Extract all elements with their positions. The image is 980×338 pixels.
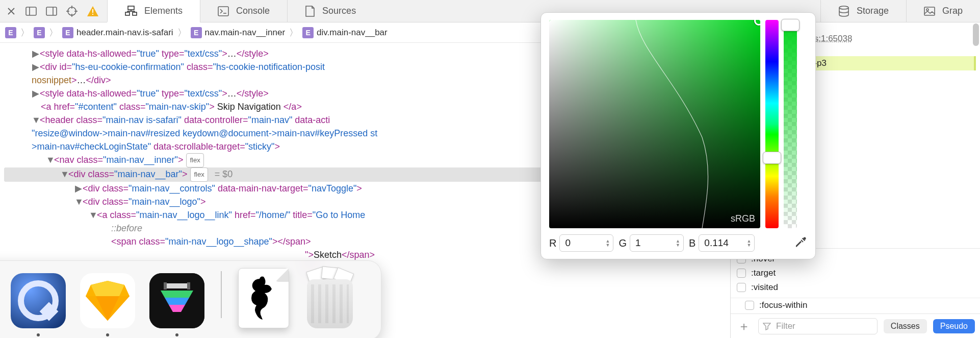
tab-label: Console	[236, 6, 270, 16]
channel-label-g: G	[618, 237, 627, 249]
svg-rect-11	[128, 6, 134, 10]
dock-trash[interactable]	[303, 268, 356, 328]
alpha-slider[interactable]	[784, 20, 797, 228]
svg-rect-10	[92, 14, 93, 15]
dock-app-finalcutpro[interactable]	[149, 273, 204, 328]
breadcrumb-item[interactable]: Enav.main-nav__inner	[191, 27, 286, 38]
breadcrumb-item[interactable]: Ediv.main-nav__bar	[302, 27, 388, 38]
svg-point-29	[803, 237, 806, 239]
toolbar-left-controls	[0, 0, 107, 22]
dock-left-icon[interactable]	[25, 7, 37, 16]
new-rule-button[interactable]: ＋	[736, 318, 752, 334]
force-target[interactable]: :target	[737, 268, 776, 278]
channel-input-g[interactable]: 1▲▼	[630, 234, 684, 252]
svg-rect-40	[187, 282, 190, 289]
breadcrumb-label: header.main-nav.is-safari	[76, 28, 173, 38]
tab-storage[interactable]: Storage	[820, 0, 906, 22]
macos-dock	[0, 260, 381, 338]
scrollbar-thumb[interactable]	[973, 23, 979, 46]
tab-label: Sources	[322, 6, 356, 16]
styles-filter-bar: ＋ Filter Classes Pseudo	[731, 313, 980, 338]
svg-rect-12	[125, 12, 130, 15]
breadcrumb-item[interactable]: E	[5, 27, 16, 38]
tab-console[interactable]: Console	[200, 0, 287, 22]
flex-badge[interactable]: flex	[186, 153, 203, 167]
alpha-thumb[interactable]	[781, 19, 800, 31]
dock-document[interactable]	[238, 268, 289, 328]
svg-marker-36	[165, 298, 189, 305]
svg-rect-13	[133, 12, 137, 15]
breadcrumb-label: div.main-nav__bar	[317, 28, 388, 38]
color-field[interactable]: sRGB	[549, 20, 760, 228]
svg-rect-18	[218, 7, 228, 16]
svg-rect-38	[165, 283, 189, 288]
breadcrumb-item[interactable]: E	[34, 27, 45, 38]
hue-thumb[interactable]	[763, 152, 781, 164]
flex-badge[interactable]: flex	[190, 167, 208, 182]
svg-marker-31	[91, 281, 124, 296]
dock-app-sketch[interactable]	[80, 273, 135, 328]
svg-rect-39	[164, 282, 167, 289]
classes-toggle[interactable]: Classes	[884, 319, 927, 333]
gamut-label: sRGB	[731, 213, 755, 224]
tab-label: Grap	[942, 6, 963, 16]
channel-label-b: B	[689, 237, 695, 249]
svg-rect-0	[26, 7, 36, 15]
channel-input-r[interactable]: 0▲▼	[559, 234, 613, 252]
filter-input[interactable]: Filter	[758, 318, 878, 334]
color-picker-popover: sRGB R 0▲▼ G 1▲▼ B 0.114▲▼	[540, 12, 816, 259]
force-visited[interactable]: :visited	[737, 282, 778, 293]
channel-input-b[interactable]: 0.114▲▼	[699, 234, 755, 252]
svg-point-22	[926, 9, 929, 11]
close-icon[interactable]	[6, 6, 16, 16]
breadcrumb-item[interactable]: Eheader.main-nav.is-safari	[62, 27, 173, 38]
devtools-toolbar: Elements Console Sources Storage Grap	[0, 0, 980, 22]
eyedropper-icon[interactable]	[794, 236, 807, 251]
tab-sources[interactable]: Sources	[287, 0, 373, 22]
dock-right-icon[interactable]	[46, 7, 57, 16]
svg-point-20	[839, 6, 848, 9]
force-focus-within[interactable]: :focus-within	[745, 300, 974, 310]
dock-app-quicktime[interactable]	[11, 273, 66, 328]
dock-divider	[221, 271, 222, 318]
svg-marker-35	[161, 291, 193, 298]
channel-label-r: R	[549, 237, 556, 249]
warning-icon[interactable]	[87, 6, 99, 17]
tab-graphics[interactable]: Grap	[906, 0, 980, 22]
hue-slider[interactable]	[765, 20, 779, 228]
breadcrumb-label: nav.main-nav__inner	[205, 28, 286, 38]
tab-label: Storage	[857, 6, 889, 16]
tab-elements[interactable]: Elements	[107, 0, 200, 22]
inspect-icon[interactable]	[66, 6, 78, 17]
svg-rect-21	[924, 7, 935, 15]
pseudo-toggle[interactable]: Pseudo	[933, 319, 975, 333]
svg-rect-9	[92, 9, 93, 13]
tab-label: Elements	[144, 6, 183, 16]
dollar-zero: = $0	[212, 169, 233, 179]
svg-rect-2	[46, 7, 57, 15]
